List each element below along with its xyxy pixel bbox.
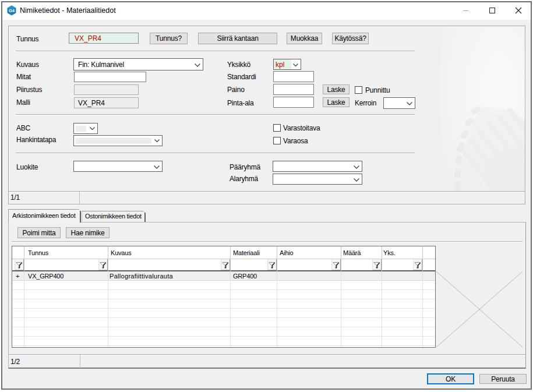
svg-text:G4: G4 [9,8,15,13]
